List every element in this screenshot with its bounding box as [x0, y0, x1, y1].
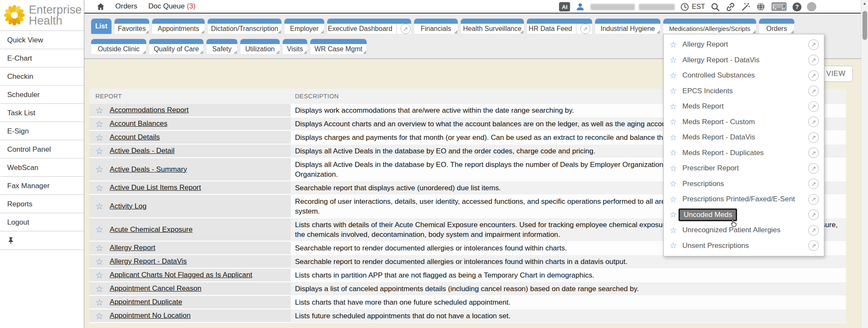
favorite-star-icon[interactable]: ☆: [95, 147, 103, 156]
sidebar-item-task-list[interactable]: Task List: [0, 103, 84, 122]
external-link-icon[interactable]: ↗: [808, 240, 819, 251]
tab-visits[interactable]: Visits: [283, 39, 307, 54]
scrollbar-up-arrow[interactable]: ▲: [861, 0, 868, 7]
tab-utilization[interactable]: Utilization: [240, 39, 280, 54]
open-in-new-window[interactable]: ↗: [576, 24, 590, 34]
menu-item-uncoded-meds[interactable]: ☆ Uncoded Meds ↗: [664, 207, 824, 223]
globe-icon[interactable]: [756, 2, 765, 11]
external-link-icon[interactable]: ↗: [808, 86, 819, 96]
favorite-star-icon[interactable]: ☆: [670, 87, 677, 95]
tab-list[interactable]: List: [91, 19, 111, 34]
favorite-star-icon[interactable]: ☆: [670, 226, 677, 234]
menu-item-meds-report[interactable]: ☆ Meds Report ↗: [664, 99, 824, 114]
menu-item-meds-report-duplicates[interactable]: ☆ Meds Report - Duplicates ↗: [664, 145, 824, 161]
menu-item-unrecognized-patient-allergies[interactable]: ☆ Unrecognized Patient Allergies ↗: [664, 222, 824, 238]
tab-employer[interactable]: Employer: [284, 19, 324, 34]
tab-appointments[interactable]: Appointments: [152, 19, 205, 34]
sidebar-item-scheduler[interactable]: Scheduler: [0, 85, 84, 103]
favorite-star-icon[interactable]: ☆: [670, 133, 677, 142]
report-link-acute-chemical-exposure[interactable]: Acute Chemical Exposure: [110, 225, 193, 234]
tab-wr-case-mgmt[interactable]: WR Case Mgmt: [310, 39, 367, 54]
tab-favorites[interactable]: Favorites: [114, 19, 149, 34]
favorite-star-icon[interactable]: ☆: [670, 164, 677, 172]
tab-medications-allergies-scripts[interactable]: Medications/Allergies/Scripts: [663, 19, 756, 34]
menu-item-allergy-report-datavis[interactable]: ☆ Allergy Report - DataVis ↗: [664, 53, 824, 68]
favorite-star-icon[interactable]: ☆: [670, 72, 677, 80]
ai-badge[interactable]: AI: [559, 2, 570, 11]
favorite-star-icon[interactable]: ☆: [95, 284, 103, 293]
report-link-accommodations-report[interactable]: Accommodations Report: [110, 106, 189, 114]
external-link-icon[interactable]: ↗: [808, 70, 819, 81]
vertical-scrollbar[interactable]: ▲: [861, 0, 868, 328]
menu-item-meds-report-custom[interactable]: ☆ Meds Report - Custom ↗: [664, 114, 824, 130]
report-link-active-deals-detail[interactable]: Active Deals - Detail: [110, 147, 175, 155]
favorite-star-icon[interactable]: ☆: [95, 244, 103, 253]
keyboard-icon[interactable]: ⌨: [771, 3, 787, 11]
menu-item-meds-report-datavis[interactable]: ☆ Meds Report - DataVis ↗: [664, 130, 824, 145]
tab-orders[interactable]: Orders: [759, 19, 794, 34]
external-link-icon[interactable]: ↗: [808, 194, 819, 205]
menu-item-prescriber-report[interactable]: ☆ Prescriber Report ↗: [664, 161, 824, 176]
tab-executive-dashboard[interactable]: Executive Dashboard ↗: [327, 19, 411, 34]
clock-icon[interactable]: [680, 3, 689, 11]
tab-hr-data-feed[interactable]: HR Data Feed ↗: [527, 19, 592, 34]
tab-outside-clinic[interactable]: Outside Clinic: [91, 39, 146, 54]
external-link-icon[interactable]: ↗: [808, 163, 819, 174]
open-in-new-window[interactable]: ↗: [396, 24, 411, 34]
report-link-activity-log[interactable]: Activity Log: [110, 202, 147, 211]
favorite-star-icon[interactable]: ☆: [670, 56, 677, 64]
menu-item-prescriptions-printed-faxed-e-sent[interactable]: ☆ Prescriptions Printed/Faxed/E-Sent ↗: [664, 192, 824, 207]
tab-industrial-hygiene[interactable]: Industrial Hygiene: [595, 19, 660, 34]
favorite-star-icon[interactable]: ☆: [95, 183, 103, 192]
sidebar-item-e-sign[interactable]: E-Sign: [0, 122, 84, 140]
external-link-icon[interactable]: ↗: [808, 55, 819, 65]
report-link-appointment-duplicate[interactable]: Appointment Duplicate: [110, 298, 182, 306]
favorite-star-icon[interactable]: ☆: [95, 165, 103, 174]
tab-health-surveillance[interactable]: Health Surveillance: [461, 19, 524, 34]
sidebar-item-reports[interactable]: Reports: [0, 195, 84, 213]
search-icon[interactable]: [710, 2, 720, 12]
report-link-appointment-no-location[interactable]: Appointment No Location: [110, 311, 191, 320]
menu-item-allergy-report[interactable]: ☆ Allergy Report ↗: [664, 37, 824, 53]
tab-dictation-transcription[interactable]: Dictation/Transcription: [208, 19, 281, 34]
home-button[interactable]: [96, 2, 105, 11]
external-link-icon[interactable]: ↗: [808, 147, 819, 158]
sidebar-pin-row[interactable]: [0, 231, 84, 250]
scrollbar-thumb[interactable]: [862, 11, 867, 40]
breadcrumb-orders[interactable]: Orders: [115, 2, 137, 11]
menu-item-epcs-incidents[interactable]: ☆ EPCS Incidents ↗: [664, 83, 824, 99]
wand-icon[interactable]: [741, 2, 751, 12]
report-link-account-details[interactable]: Account Details: [110, 133, 160, 142]
external-link-icon[interactable]: ↗: [808, 209, 819, 220]
tab-quality-of-care[interactable]: Quality of Care: [149, 39, 203, 54]
report-link-account-balances[interactable]: Account Balances: [110, 120, 167, 128]
external-link-icon[interactable]: ↗: [808, 132, 819, 143]
external-link-icon[interactable]: ↗: [808, 117, 819, 127]
help-icon[interactable]: ?: [793, 3, 801, 11]
tab-financials[interactable]: Financials: [414, 19, 458, 34]
external-link-icon[interactable]: ↗: [808, 101, 819, 112]
external-link-icon[interactable]: ↗: [808, 39, 819, 50]
menu-item-prescriptions[interactable]: ☆ Prescriptions ↗: [664, 176, 824, 192]
favorite-star-icon[interactable]: ☆: [95, 202, 103, 211]
sidebar-item-e-chart[interactable]: E-Chart: [0, 49, 84, 67]
favorite-star-icon[interactable]: ☆: [95, 106, 103, 115]
favorite-star-icon[interactable]: ☆: [95, 225, 103, 234]
report-link-allergy-report-datavis[interactable]: Allergy Report - DataVis: [110, 257, 187, 266]
menu-item-controlled-substances[interactable]: ☆ Controlled Substances ↗: [664, 68, 824, 83]
favorite-star-icon[interactable]: ☆: [670, 195, 677, 203]
sidebar-item-control-panel[interactable]: Control Panel: [0, 140, 84, 158]
sidebar-item-checkin[interactable]: Checkin: [0, 67, 84, 85]
sidebar-item-quick-view[interactable]: Quick View: [0, 31, 84, 49]
user-icon[interactable]: [576, 2, 585, 11]
report-link-appointment-cancel-reason[interactable]: Appointment Cancel Reason: [110, 284, 201, 293]
favorite-star-icon[interactable]: ☆: [670, 242, 677, 250]
report-link-active-deals-summary[interactable]: Active Deals - Summary: [110, 165, 187, 174]
favorite-star-icon[interactable]: ☆: [670, 149, 677, 157]
favorite-star-icon[interactable]: ☆: [670, 41, 677, 49]
favorite-star-icon[interactable]: ☆: [95, 298, 103, 307]
breadcrumb-doc-queue[interactable]: Doc Queue (3): [148, 2, 196, 11]
favorite-star-icon[interactable]: ☆: [95, 311, 103, 320]
favorite-star-icon[interactable]: ☆: [95, 271, 103, 280]
sidebar-item-logout[interactable]: Logout: [0, 213, 84, 231]
